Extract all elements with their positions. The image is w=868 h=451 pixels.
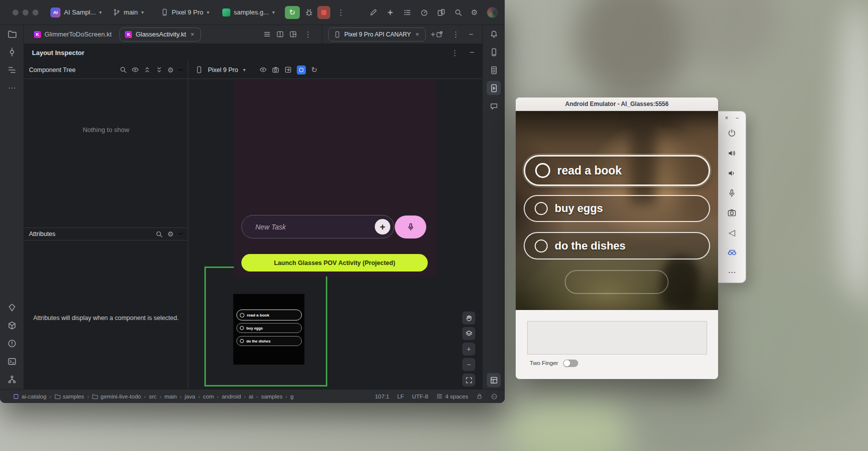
- open-in-window-icon[interactable]: [436, 30, 443, 38]
- run-more-actions[interactable]: ⋮: [335, 8, 347, 17]
- editor-tab-options[interactable]: ⋮: [302, 30, 314, 39]
- debug-button[interactable]: [305, 8, 313, 16]
- breadcrumb-item[interactable]: samples: [54, 394, 84, 400]
- profiler-icon[interactable]: [420, 8, 428, 16]
- breadcrumb-item[interactable]: src: [149, 394, 156, 400]
- breadcrumb-item[interactable]: java: [185, 394, 195, 400]
- xr-glasses-button[interactable]: [718, 243, 746, 263]
- indent-widget[interactable]: 4 spaces: [436, 393, 468, 400]
- attributes-settings-icon[interactable]: ⚙: [167, 230, 174, 238]
- new-task-input[interactable]: New Task +: [241, 215, 394, 238]
- camera-button[interactable]: [718, 203, 746, 223]
- expand-all-icon[interactable]: [143, 66, 151, 74]
- problems-icon[interactable]: [5, 336, 19, 350]
- inspector-device-selector[interactable]: Pixel 9 Pro: [208, 66, 238, 74]
- panel-minimize-icon[interactable]: −: [470, 48, 474, 57]
- project-selector[interactable]: AI AI Sampl... ▾: [47, 6, 105, 20]
- project-folder-icon[interactable]: [5, 27, 19, 41]
- radio-icon[interactable]: [535, 202, 548, 215]
- device-strip-options[interactable]: ⋮: [450, 30, 462, 39]
- launch-glasses-pov-button[interactable]: Launch Glasses POV Activity (Projected): [241, 254, 428, 272]
- breadcrumb-item[interactable]: samples: [261, 394, 282, 400]
- breadcrumb-item[interactable]: ai-catalog: [13, 394, 46, 400]
- branch-selector[interactable]: main ▾: [110, 6, 147, 18]
- add-device-tab-icon[interactable]: +: [431, 30, 435, 39]
- commit-icon[interactable]: [5, 45, 19, 59]
- editor-tab-glasses[interactable]: K GlassesActivity.kt ×: [119, 28, 200, 42]
- snapshot-icon[interactable]: [272, 66, 279, 74]
- add-task-button[interactable]: +: [375, 219, 390, 234]
- toggle-overlay-icon[interactable]: [259, 66, 267, 74]
- layout-inspector-icon[interactable]: [487, 373, 501, 387]
- notifications-bell-icon[interactable]: [487, 27, 501, 41]
- volume-up-button[interactable]: [718, 144, 746, 164]
- run-config-selector[interactable]: samples.g... ▾: [219, 6, 278, 18]
- component-tree-pane[interactable]: Nothing to show: [24, 79, 188, 228]
- breadcrumb-item[interactable]: com: [203, 394, 214, 400]
- mic-button[interactable]: [718, 183, 746, 203]
- back-button[interactable]: ◁: [718, 223, 746, 243]
- target-device-selector[interactable]: Pixel 9 Pro ▾: [158, 6, 212, 18]
- gemini-pen-icon[interactable]: [369, 8, 377, 16]
- build-icon[interactable]: [5, 318, 19, 332]
- radio-icon[interactable]: [535, 163, 550, 178]
- todo-item[interactable]: do the dishes: [524, 232, 710, 260]
- stop-button[interactable]: [317, 6, 330, 19]
- tree-search-icon[interactable]: [119, 66, 127, 74]
- task-list-icon[interactable]: [403, 8, 411, 16]
- zoom-out-button[interactable]: −: [462, 358, 475, 371]
- version-control-icon[interactable]: [5, 372, 19, 386]
- view-mode-button[interactable]: [462, 327, 475, 340]
- app-quality-insights-icon[interactable]: [487, 99, 501, 113]
- emulator-minimize-icon[interactable]: −: [736, 114, 739, 122]
- todo-item[interactable]: buy eggs: [524, 195, 710, 222]
- code-view-icon[interactable]: [263, 30, 271, 38]
- device-explorer-icon[interactable]: [487, 63, 501, 77]
- macos-zoom-button[interactable]: [32, 10, 38, 16]
- emulator-close-icon[interactable]: ×: [725, 114, 728, 122]
- rendered-glasses-screen[interactable]: read a book buy eggs do the dishes: [233, 294, 305, 365]
- live-updates-toggle[interactable]: [297, 66, 306, 74]
- voice-input-button[interactable]: [395, 216, 426, 238]
- cursor-position-widget[interactable]: 107:1: [375, 394, 389, 400]
- breadcrumb-item[interactable]: ai: [249, 394, 253, 400]
- hide-panel-icon[interactable]: −: [469, 30, 473, 39]
- two-finger-toggle[interactable]: [563, 360, 578, 367]
- macos-close-button[interactable]: [12, 10, 18, 16]
- terminal-icon[interactable]: [5, 354, 19, 368]
- search-icon[interactable]: [454, 8, 462, 16]
- close-tab-icon[interactable]: ×: [189, 31, 195, 38]
- touchpad-area[interactable]: [527, 321, 707, 354]
- power-button[interactable]: [718, 124, 746, 144]
- zoom-fit-button[interactable]: [462, 374, 475, 386]
- rerun-button[interactable]: ↻: [285, 6, 300, 19]
- gemini-sparkle-icon[interactable]: [386, 8, 394, 16]
- breadcrumb-item[interactable]: main: [164, 394, 177, 400]
- pan-hand-button[interactable]: [462, 312, 475, 324]
- tree-settings-icon[interactable]: ⚙: [167, 66, 174, 74]
- device-mirror-icon[interactable]: [437, 8, 445, 16]
- avatar[interactable]: [487, 7, 498, 18]
- radio-icon[interactable]: [535, 240, 548, 252]
- device-manager-icon[interactable]: [487, 45, 501, 59]
- emulator-titlebar[interactable]: Android Emulator - AI_Glasses:5556: [516, 98, 718, 111]
- device-render-pane[interactable]: New Task + Launch Glasses POV Activity (…: [188, 79, 482, 389]
- structure-icon[interactable]: [5, 63, 19, 77]
- panel-options-icon[interactable]: ⋮: [449, 48, 461, 58]
- lock-widget[interactable]: [476, 393, 483, 400]
- zoom-in-button[interactable]: +: [462, 342, 475, 356]
- split-view-icon[interactable]: [276, 30, 284, 38]
- editor-tab-glimmer[interactable]: K GlimmerToDoScreen.kt: [29, 30, 116, 38]
- more-tool-windows-icon[interactable]: ⋯: [5, 81, 19, 95]
- volume-down-button[interactable]: [718, 164, 746, 184]
- more-controls-button[interactable]: ⋯: [718, 262, 746, 282]
- encoding-widget[interactable]: UTF-8: [412, 394, 428, 400]
- tree-visibility-icon[interactable]: [131, 66, 139, 74]
- line-separator-widget[interactable]: LF: [397, 394, 404, 400]
- inspections-widget[interactable]: [491, 393, 498, 400]
- ide-titlebar[interactable]: AI AI Sampl... ▾ main ▾ Pixel 9 Pro ▾ sa…: [0, 0, 505, 25]
- tree-minimize-icon[interactable]: −: [178, 66, 183, 74]
- collapse-all-icon[interactable]: [155, 66, 163, 74]
- attributes-minimize-icon[interactable]: −: [178, 230, 183, 238]
- attributes-search-icon[interactable]: [155, 230, 163, 238]
